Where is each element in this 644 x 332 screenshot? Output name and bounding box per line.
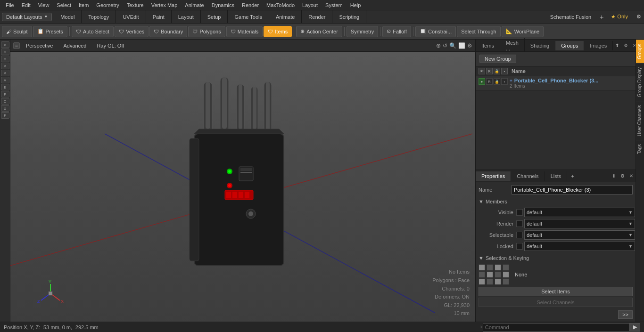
vtab-group-display[interactable]: Group Display bbox=[636, 63, 644, 101]
symmetry-btn[interactable]: Symmetry bbox=[347, 26, 379, 37]
selectable-color-swatch[interactable] bbox=[516, 232, 523, 238]
group-lock-icon[interactable]: 🔒 bbox=[494, 78, 500, 85]
viewport-icon-zoom[interactable]: 🔍 bbox=[449, 42, 456, 49]
layout-tab-topology[interactable]: Topology bbox=[82, 10, 116, 23]
groups-header-dot-icon[interactable]: • bbox=[501, 68, 508, 74]
boundary-btn[interactable]: 🛡 Boundary bbox=[149, 26, 187, 37]
menu-edit[interactable]: Edit bbox=[18, 1, 34, 9]
sidebar-item-3[interactable]: D bbox=[1, 56, 9, 62]
settings-icon[interactable]: ⚙ bbox=[634, 12, 644, 22]
vtab-user-channels[interactable]: User Channels bbox=[636, 101, 644, 140]
vertices-btn[interactable]: 🛡 Vertices bbox=[115, 26, 149, 37]
viewport-advanced-btn[interactable]: Advanced bbox=[59, 41, 91, 50]
members-collapse-icon[interactable]: ▼ bbox=[479, 199, 484, 204]
command-go-btn[interactable]: ▶ bbox=[630, 323, 640, 332]
falloff-btn[interactable]: ⊙ Falloff bbox=[382, 26, 411, 37]
menu-vertex-map[interactable]: Vertex Map bbox=[148, 1, 182, 9]
viewport-icon-camera[interactable]: ⊕ bbox=[436, 42, 441, 49]
new-group-btn[interactable]: New Group bbox=[479, 55, 516, 63]
group-dot-icon[interactable]: • bbox=[501, 78, 508, 85]
constraints-btn[interactable]: 🔲 Constrai... bbox=[415, 26, 456, 37]
auto-select-btn[interactable]: 🛡 Auto Select bbox=[72, 26, 114, 37]
group-expand-icon[interactable]: + bbox=[510, 78, 512, 83]
select-through-btn[interactable]: Select Through bbox=[457, 26, 500, 37]
right-panel-expand-icon[interactable]: ⬆ bbox=[613, 42, 621, 49]
viewport-ray-gl-btn[interactable]: Ray GL: Off bbox=[92, 41, 128, 50]
polygons-btn[interactable]: 🛡 Polygons bbox=[188, 26, 225, 37]
group-visible-icon[interactable]: ● bbox=[479, 78, 485, 85]
viewport-menu-btn[interactable]: ≡ bbox=[13, 42, 20, 49]
prop-close-icon[interactable]: ✕ bbox=[627, 172, 636, 179]
prop-name-input[interactable] bbox=[512, 185, 633, 194]
selection-keying-collapse-icon[interactable]: ▼ bbox=[479, 255, 484, 261]
prop-tab-channels[interactable]: Channels bbox=[511, 171, 545, 181]
menu-help[interactable]: Help bbox=[347, 1, 365, 9]
viewport-icon-frame[interactable]: ⬜ bbox=[458, 42, 465, 49]
sidebar-item-4[interactable]: M bbox=[1, 63, 9, 69]
action-center-btn[interactable]: ⊕ Action Center bbox=[296, 26, 342, 37]
menu-layout[interactable]: Layout bbox=[298, 1, 322, 9]
groups-header-render-icon[interactable]: R bbox=[486, 68, 493, 74]
layout-tab-render[interactable]: Render bbox=[302, 10, 332, 23]
right-panel-settings-icon[interactable]: ⚙ bbox=[621, 42, 630, 49]
prop-visible-select[interactable]: default on off bbox=[524, 208, 635, 217]
sculpt-btn[interactable]: 🖌 Sculpt bbox=[2, 26, 32, 37]
viewport-icon-settings[interactable]: ⚙ bbox=[467, 42, 472, 49]
menu-file[interactable]: File bbox=[2, 1, 18, 9]
items-btn[interactable]: 🛡 Items bbox=[264, 26, 292, 37]
vtab-tags[interactable]: Tags bbox=[636, 140, 644, 158]
groups-header-lock-icon[interactable]: 🔒 bbox=[494, 68, 500, 74]
layout-tab-setup[interactable]: Setup bbox=[201, 10, 228, 23]
menu-item[interactable]: Item bbox=[75, 1, 92, 9]
layout-tab-layout[interactable]: Layout bbox=[172, 10, 201, 23]
menu-geometry[interactable]: Geometry bbox=[92, 1, 123, 9]
right-tab-shading[interactable]: Shading bbox=[525, 41, 555, 50]
menu-view[interactable]: View bbox=[34, 1, 53, 9]
menu-select[interactable]: Select bbox=[53, 1, 75, 9]
sidebar-item-8[interactable]: P bbox=[1, 91, 9, 97]
menu-dynamics[interactable]: Dynamics bbox=[208, 1, 238, 9]
sidebar-item-9[interactable]: C bbox=[1, 98, 9, 105]
forward-btn[interactable]: >> bbox=[618, 310, 633, 319]
visible-color-swatch[interactable] bbox=[516, 209, 523, 216]
menu-animate[interactable]: Animate bbox=[181, 1, 207, 9]
vtab-groups[interactable]: Groups bbox=[636, 40, 644, 63]
menu-system[interactable]: System bbox=[322, 1, 347, 9]
workplane-btn[interactable]: 📐 WorkPlane bbox=[502, 26, 544, 37]
right-tab-mesh[interactable]: Mesh ... bbox=[500, 38, 525, 53]
materials-btn[interactable]: 🛡 Materials bbox=[226, 26, 263, 37]
layout-tab-game-tools[interactable]: Game Tools bbox=[228, 10, 269, 23]
prop-tab-lists[interactable]: Lists bbox=[545, 171, 568, 181]
prop-selectable-select[interactable]: default on off bbox=[524, 230, 635, 240]
schematic-fusion-btn[interactable]: Schematic Fusion bbox=[545, 12, 596, 22]
menu-maxtomodo[interactable]: MaxToModo bbox=[263, 1, 298, 9]
group-render-icon[interactable]: R bbox=[486, 78, 493, 85]
star-only-btn[interactable]: ★ Only bbox=[607, 12, 632, 22]
presets-btn[interactable]: 📋 Presets bbox=[33, 26, 67, 37]
locked-color-swatch[interactable] bbox=[516, 243, 523, 250]
layout-tab-uvedit[interactable]: UVEdit bbox=[116, 10, 146, 23]
prop-locked-select[interactable]: default on off bbox=[524, 242, 635, 251]
prop-settings-icon[interactable]: ⚙ bbox=[618, 172, 627, 179]
sidebar-item-5[interactable]: M bbox=[1, 70, 9, 76]
select-channels-btn[interactable]: Select Channels bbox=[479, 298, 633, 307]
group-item-name[interactable]: Portable_Cell_Phone_Blocker (3... bbox=[514, 78, 599, 83]
layout-tab-animate[interactable]: Animate bbox=[269, 10, 302, 23]
sidebar-item-2[interactable]: D bbox=[1, 49, 9, 55]
right-tab-images[interactable]: Images bbox=[584, 41, 613, 50]
sidebar-item-7[interactable]: E bbox=[1, 84, 9, 90]
viewport[interactable]: ≡ Perspective Advanced Ray GL: Off ⊕ ↺ 🔍… bbox=[10, 40, 475, 322]
right-tab-items[interactable]: Items bbox=[476, 41, 500, 50]
prop-expand-icon[interactable]: ⬆ bbox=[610, 172, 618, 179]
command-input[interactable] bbox=[483, 323, 630, 332]
menu-texture[interactable]: Texture bbox=[123, 1, 148, 9]
prop-tab-plus[interactable]: + bbox=[567, 171, 578, 181]
groups-header-eye-icon[interactable]: 👁 bbox=[479, 68, 485, 74]
add-layout-tab-btn[interactable]: + bbox=[596, 11, 607, 23]
sidebar-item-11[interactable]: F bbox=[1, 112, 9, 119]
prop-render-select[interactable]: default on off bbox=[524, 219, 635, 228]
layout-tab-paint[interactable]: Paint bbox=[146, 10, 172, 23]
viewport-perspective-btn[interactable]: Perspective bbox=[22, 41, 57, 50]
viewport-icon-rotate[interactable]: ↺ bbox=[443, 42, 447, 49]
sidebar-item-1[interactable]: B bbox=[1, 41, 9, 48]
